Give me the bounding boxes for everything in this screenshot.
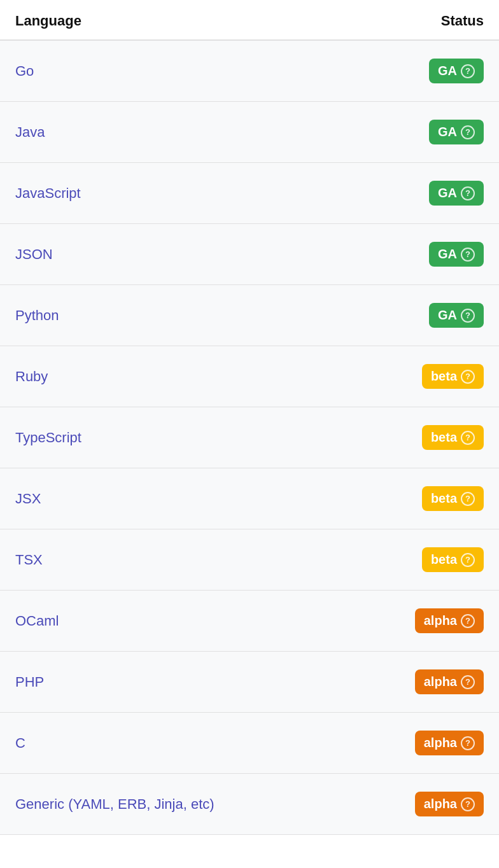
table-header: Language Status: [0, 0, 499, 41]
table-row: Rubybeta ?: [0, 346, 499, 407]
help-icon[interactable]: ?: [461, 309, 475, 323]
table-row: PythonGA ?: [0, 285, 499, 346]
help-icon[interactable]: ?: [461, 431, 475, 445]
table-row: JavaScriptGA ?: [0, 163, 499, 224]
status-badge-tsx[interactable]: beta ?: [422, 547, 484, 572]
status-badge-python[interactable]: GA ?: [429, 303, 484, 328]
language-name-ocaml[interactable]: OCaml: [15, 613, 59, 629]
help-icon[interactable]: ?: [461, 248, 475, 262]
language-column-header: Language: [15, 13, 81, 29]
table-row: PHPalpha ?: [0, 652, 499, 713]
status-badge-ocaml[interactable]: alpha ?: [415, 608, 484, 633]
table-row: TypeScriptbeta ?: [0, 407, 499, 468]
help-icon[interactable]: ?: [461, 64, 475, 78]
status-badge-go[interactable]: GA ?: [429, 59, 484, 83]
language-name-javascript[interactable]: JavaScript: [15, 185, 81, 202]
help-icon[interactable]: ?: [461, 614, 475, 628]
table-row: TSXbeta ?: [0, 529, 499, 591]
language-name-java[interactable]: Java: [15, 124, 45, 141]
status-badge-json[interactable]: GA ?: [429, 242, 484, 267]
help-icon[interactable]: ?: [461, 553, 475, 567]
table-row: OCamlalpha ?: [0, 591, 499, 652]
help-icon[interactable]: ?: [461, 370, 475, 384]
language-name-typescript[interactable]: TypeScript: [15, 430, 81, 446]
language-name-php[interactable]: PHP: [15, 674, 44, 690]
language-status-table: Language Status GoGA ?JavaGA ?JavaScript…: [0, 0, 499, 835]
table-row: JSONGA ?: [0, 224, 499, 285]
help-icon[interactable]: ?: [461, 186, 475, 200]
help-icon[interactable]: ?: [461, 125, 475, 139]
language-name-json[interactable]: JSON: [15, 246, 53, 263]
status-badge-javascript[interactable]: GA ?: [429, 181, 484, 206]
table-row: JSXbeta ?: [0, 468, 499, 529]
status-badge-generic[interactable]: alpha ?: [415, 792, 484, 816]
status-badge-typescript[interactable]: beta ?: [422, 425, 484, 450]
help-icon[interactable]: ?: [461, 492, 475, 506]
language-name-c[interactable]: C: [15, 735, 25, 752]
language-name-ruby[interactable]: Ruby: [15, 368, 48, 385]
language-name-jsx[interactable]: JSX: [15, 491, 41, 507]
status-badge-jsx[interactable]: beta ?: [422, 486, 484, 511]
language-name-go[interactable]: Go: [15, 63, 34, 80]
help-icon[interactable]: ?: [461, 675, 475, 689]
table-body: GoGA ?JavaGA ?JavaScriptGA ?JSONGA ?Pyth…: [0, 41, 499, 835]
table-row: Calpha ?: [0, 713, 499, 774]
table-row: JavaGA ?: [0, 102, 499, 163]
status-column-header: Status: [441, 13, 484, 29]
language-name-tsx[interactable]: TSX: [15, 552, 43, 568]
status-badge-c[interactable]: alpha ?: [415, 731, 484, 755]
help-icon[interactable]: ?: [461, 797, 475, 811]
table-row: Generic (YAML, ERB, Jinja, etc)alpha ?: [0, 774, 499, 835]
status-badge-php[interactable]: alpha ?: [415, 669, 484, 694]
help-icon[interactable]: ?: [461, 736, 475, 750]
table-row: GoGA ?: [0, 41, 499, 102]
status-badge-java[interactable]: GA ?: [429, 120, 484, 144]
language-name-generic[interactable]: Generic (YAML, ERB, Jinja, etc): [15, 796, 214, 813]
status-badge-ruby[interactable]: beta ?: [422, 364, 484, 389]
language-name-python[interactable]: Python: [15, 307, 59, 324]
